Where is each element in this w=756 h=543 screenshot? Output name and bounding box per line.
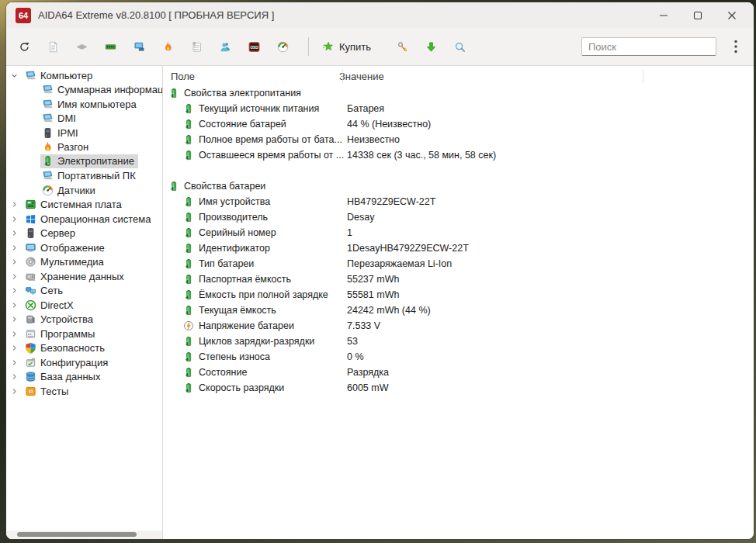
sidebar-item-6[interactable]: Электропитание: [6, 154, 162, 169]
chevron-right-icon[interactable]: [9, 272, 19, 281]
sidebar-item-17[interactable]: Устройства: [6, 313, 162, 327]
sensor-button[interactable]: [186, 33, 215, 61]
sidebar-item-14[interactable]: Хранение данных: [6, 269, 162, 284]
chevron-right-icon[interactable]: [9, 244, 19, 252]
chevron-right-icon[interactable]: [9, 229, 19, 237]
find-button[interactable]: [446, 33, 474, 61]
field-label: Полное время работы от бата...: [199, 134, 342, 145]
sidebar-item-label: Безопасность: [40, 342, 105, 354]
section-header-row[interactable]: Свойства батареи: [163, 178, 754, 194]
table-row[interactable]: СостояниеРазрядка: [163, 365, 754, 380]
chevron-right-icon[interactable]: [9, 387, 19, 396]
table-row[interactable]: Идентификатор1DesayHB4792Z9ECW-22T: [163, 240, 754, 256]
table-row[interactable]: Оставшееся время работы от ...14338 сек …: [163, 147, 754, 163]
table-row[interactable]: Ёмкость при полной зарядке55581 mWh: [163, 287, 754, 303]
users-button[interactable]: [215, 33, 244, 61]
section-header-row[interactable]: Свойства электропитания: [163, 85, 754, 101]
horizontal-scrollbar[interactable]: [6, 531, 162, 539]
sidebar-item-22[interactable]: Тесты: [6, 384, 162, 399]
more-menu-button[interactable]: [729, 38, 743, 55]
table-row[interactable]: Текущая ёмкость24242 mWh (44 %): [163, 303, 754, 318]
sidebar-item-10[interactable]: Операционная система: [6, 212, 162, 227]
sidebar-item-13[interactable]: Мультимедиа: [6, 255, 162, 270]
table-row[interactable]: Состояние батарей44 % (Неизвестно): [163, 116, 754, 132]
osd-button[interactable]: OSD: [244, 33, 272, 61]
overclock-button[interactable]: [158, 33, 186, 61]
column-header-field[interactable]: Поле: [163, 71, 339, 82]
chevron-right-icon[interactable]: [9, 344, 19, 352]
table-row[interactable]: Серийный номер1: [163, 225, 754, 240]
window-title: AIDA64 Extreme v8.20.8100 [ ПРОБНАЯ ВЕРС…: [38, 9, 274, 21]
sidebar-item-0[interactable]: Компьютер: [6, 68, 162, 83]
sidebar-item-20[interactable]: Конфигурация: [6, 355, 162, 370]
gauge-button[interactable]: [272, 33, 301, 61]
chevron-down-icon[interactable]: [9, 71, 19, 80]
sidebar-item-label: Портативный ПК: [57, 170, 136, 182]
sidebar-item-3[interactable]: DMI: [6, 112, 162, 126]
sidebar-item-4[interactable]: IPMI: [6, 126, 162, 140]
tests-icon: [25, 386, 36, 397]
content-area: КомпьютерСуммарная информацияИмя компьют…: [6, 66, 754, 539]
directx-icon: [25, 299, 36, 311]
field-value: 1: [347, 227, 352, 238]
app-window: 64 AIDA64 Extreme v8.20.8100 [ ПРОБНАЯ В…: [6, 2, 754, 539]
computer-icon: [42, 84, 54, 95]
chevron-right-icon[interactable]: [9, 258, 19, 266]
table-row[interactable]: Скорость разрядки6005 mW: [163, 380, 754, 396]
sidebar-item-9[interactable]: Системная плата: [6, 198, 162, 213]
table-row[interactable]: Циклов зарядки-разрядки53: [163, 334, 754, 349]
maximize-button[interactable]: [681, 2, 715, 28]
sidebar-item-15[interactable]: Сеть: [6, 284, 162, 299]
sidebar-item-7[interactable]: Портативный ПК: [6, 169, 162, 184]
ram-button[interactable]: [100, 33, 129, 61]
table-row[interactable]: Тип батареиПерезаряжаемая Li-Ion: [163, 256, 754, 272]
table-row[interactable]: Степень износа0 %: [163, 349, 754, 365]
keys-button[interactable]: [388, 33, 417, 61]
chevron-right-icon[interactable]: [9, 315, 19, 323]
report-button[interactable]: [43, 33, 71, 61]
minimize-button[interactable]: [647, 2, 681, 28]
windows-icon: [25, 213, 36, 225]
chevron-right-icon[interactable]: [9, 330, 19, 338]
download-button[interactable]: [417, 33, 446, 61]
computer-icon: [42, 170, 54, 182]
sidebar-item-1[interactable]: Суммарная информация: [6, 83, 162, 98]
flame-icon: [42, 141, 54, 153]
table-row[interactable]: ПроизводительDesay: [163, 209, 754, 225]
chevron-right-icon[interactable]: [9, 372, 19, 381]
table-row[interactable]: Паспортная ёмкость55237 mWh: [163, 272, 754, 287]
chevron-right-icon[interactable]: [9, 301, 19, 310]
sidebar-item-2[interactable]: Имя компьютера: [6, 97, 162, 112]
video-button[interactable]: [129, 33, 158, 61]
table-row[interactable]: Текущий источник питанияБатарея: [163, 101, 754, 116]
sidebar-item-16[interactable]: DirectX: [6, 298, 162, 313]
table-row[interactable]: Напряжение батареи7.533 V: [163, 318, 754, 334]
battery-icon: [183, 289, 194, 300]
sidebar-item-8[interactable]: Датчики: [6, 183, 162, 198]
sidebar-item-12[interactable]: Отображение: [6, 240, 162, 255]
keys-icon: [397, 41, 408, 53]
buy-button[interactable]: Купить: [316, 33, 377, 61]
sidebar-item-21[interactable]: База данных: [6, 370, 162, 385]
cpu-button[interactable]: [71, 33, 100, 61]
table-row[interactable]: Полное время работы от бата...Неизвестно: [163, 132, 754, 147]
chevron-right-icon[interactable]: [9, 286, 19, 295]
sidebar-item-5[interactable]: Разгон: [6, 140, 162, 155]
column-header-value[interactable]: Значение: [339, 71, 384, 82]
scrollbar-thumb[interactable]: [17, 532, 137, 537]
chevron-right-icon[interactable]: [9, 358, 19, 367]
chevron-right-icon[interactable]: [9, 215, 19, 223]
sidebar-item-19[interactable]: Безопасность: [6, 341, 162, 356]
chevron-right-icon[interactable]: [9, 200, 19, 209]
battery-icon: [42, 155, 54, 167]
sidebar-item-18[interactable]: Программы: [6, 327, 162, 341]
close-button[interactable]: [715, 2, 749, 28]
computer-icon: [42, 99, 54, 110]
sidebar-item-11[interactable]: Сервер: [6, 227, 162, 241]
search-input[interactable]: [581, 37, 716, 56]
battery-icon: [183, 336, 194, 347]
column-divider[interactable]: [643, 70, 643, 83]
refresh-button[interactable]: [14, 33, 43, 61]
column-divider[interactable]: [342, 70, 343, 83]
table-row[interactable]: Имя устройстваHB4792Z9ECW-22T: [163, 194, 754, 209]
